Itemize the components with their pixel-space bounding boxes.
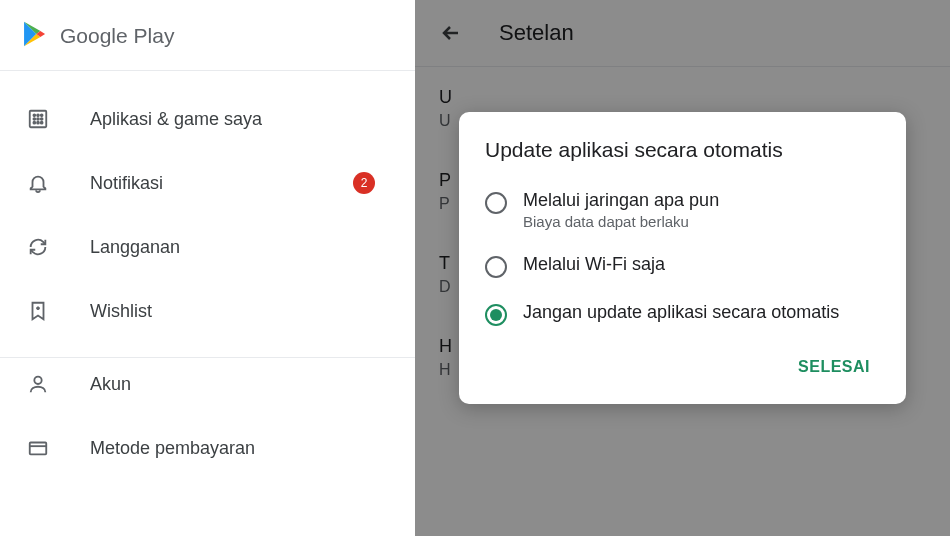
radio-icon-selected bbox=[485, 304, 507, 326]
option-label: Jangan update aplikasi secara otomatis bbox=[523, 302, 839, 323]
drawer-item-label: Aplikasi & game saya bbox=[90, 109, 395, 130]
svg-point-2 bbox=[37, 114, 39, 116]
play-store-icon bbox=[20, 20, 60, 52]
option-any-network[interactable]: Melalui jaringan apa pun Biaya data dapa… bbox=[485, 190, 880, 230]
svg-point-5 bbox=[37, 118, 39, 120]
drawer-item-account[interactable]: Akun bbox=[0, 357, 415, 416]
refresh-icon bbox=[26, 235, 50, 259]
option-dont-update[interactable]: Jangan update aplikasi secara otomatis bbox=[485, 302, 880, 326]
svg-point-4 bbox=[33, 118, 35, 120]
radio-icon bbox=[485, 256, 507, 278]
svg-point-10 bbox=[34, 377, 41, 384]
navigation-drawer: Google Play Aplikasi & game saya Notifik… bbox=[0, 0, 415, 536]
bell-icon bbox=[26, 171, 50, 195]
svg-point-6 bbox=[41, 118, 43, 120]
svg-point-7 bbox=[33, 122, 35, 124]
drawer-item-payment[interactable]: Metode pembayaran bbox=[0, 416, 415, 480]
drawer-item-label: Notifikasi bbox=[90, 173, 353, 194]
svg-rect-11 bbox=[30, 443, 47, 455]
drawer-item-label: Langganan bbox=[90, 237, 395, 258]
drawer-item-label: Wishlist bbox=[90, 301, 395, 322]
done-button[interactable]: SELESAI bbox=[788, 350, 880, 384]
drawer-item-notifications[interactable]: Notifikasi 2 bbox=[0, 151, 415, 215]
drawer-item-label: Akun bbox=[90, 374, 395, 395]
person-icon bbox=[26, 372, 50, 396]
svg-point-3 bbox=[41, 114, 43, 116]
auto-update-dialog: Update aplikasi secara otomatis Melalui … bbox=[459, 112, 906, 404]
settings-screen: Setelan U U P P T D H H Update aplikasi … bbox=[415, 0, 950, 536]
drawer-item-label: Metode pembayaran bbox=[90, 438, 395, 459]
drawer-item-apps-games[interactable]: Aplikasi & game saya bbox=[0, 87, 415, 151]
apps-grid-icon bbox=[26, 107, 50, 131]
option-label: Melalui jaringan apa pun bbox=[523, 190, 719, 211]
bookmark-add-icon bbox=[26, 299, 50, 323]
svg-point-9 bbox=[41, 122, 43, 124]
drawer-list: Aplikasi & game saya Notifikasi 2 Langga… bbox=[0, 71, 415, 480]
drawer-item-wishlist[interactable]: Wishlist bbox=[0, 279, 415, 343]
brand-text: Google Play bbox=[60, 24, 174, 48]
radio-icon bbox=[485, 192, 507, 214]
dialog-title: Update aplikasi secara otomatis bbox=[485, 138, 880, 162]
drawer-item-subscriptions[interactable]: Langganan bbox=[0, 215, 415, 279]
option-label: Melalui Wi-Fi saja bbox=[523, 254, 665, 275]
dialog-actions: SELESAI bbox=[485, 350, 880, 384]
svg-point-1 bbox=[33, 114, 35, 116]
drawer-header: Google Play bbox=[0, 0, 415, 70]
svg-point-8 bbox=[37, 122, 39, 124]
google-play-logo: Google Play bbox=[20, 20, 174, 52]
option-wifi-only[interactable]: Melalui Wi-Fi saja bbox=[485, 254, 880, 278]
option-sublabel: Biaya data dapat berlaku bbox=[523, 213, 719, 230]
credit-card-icon bbox=[26, 436, 50, 460]
notification-badge: 2 bbox=[353, 172, 375, 194]
